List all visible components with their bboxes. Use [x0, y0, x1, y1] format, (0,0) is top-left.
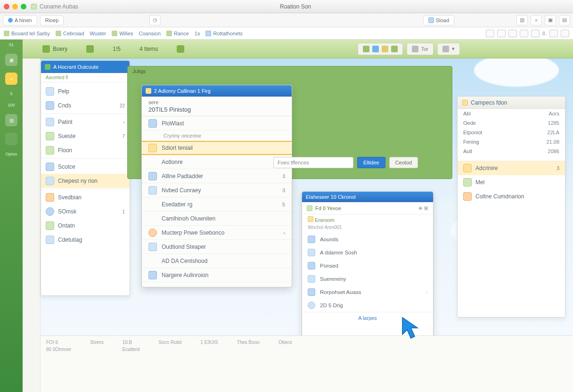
tab-2[interactable]: Rioep — [40, 15, 64, 25]
nav-item-7[interactable]: Svedbian — [41, 190, 130, 204]
popup-row-4[interactable]: Rorpohset Auass› — [302, 286, 433, 299]
status-4: Socn Rutid — [158, 340, 181, 345]
nav-item-4[interactable]: Floon — [41, 143, 130, 157]
ribbon-chip-dd[interactable]: ▾ — [437, 43, 460, 55]
popup-titlebar[interactable]: Elaheseer 10 Ckronol — [302, 192, 433, 202]
dlg-row-7[interactable]: Mucterp Pnwe Ssebonco› — [142, 226, 292, 240]
panel-a-icon[interactable]: ▥ — [516, 15, 528, 25]
doc-icon — [308, 249, 315, 256]
nav-item-2[interactable]: Patint‹ — [41, 115, 130, 129]
panel-c-icon[interactable]: ▤ — [559, 15, 570, 25]
tool-g-icon[interactable] — [561, 30, 569, 37]
dlg-row-10[interactable]: Nargere Aulinroion — [142, 268, 292, 282]
tabstrip: A hinen Rioep ◷ Sload ▥ × ▣ ▤ — [0, 13, 573, 27]
ribbon-item-1[interactable]: Boery — [42, 45, 67, 53]
ribbon-chip-icons[interactable] — [358, 43, 403, 55]
panel-b-icon[interactable]: ▣ — [545, 15, 556, 25]
popup-row-2[interactable]: Ponsed — [302, 259, 433, 272]
nav-item-10[interactable]: Cdetutiag — [41, 233, 130, 247]
tool-b-icon[interactable] — [497, 30, 506, 37]
secondary-button[interactable]: Ceotod — [389, 157, 418, 168]
popup-caption-label: Ersroom — [315, 217, 335, 223]
bm-7-label: 1s — [195, 31, 200, 36]
ribbon-3-label: 1!5 — [113, 46, 121, 52]
properties-header[interactable]: Campecs fdon — [458, 97, 565, 109]
minimize-icon[interactable] — [12, 4, 18, 9]
nav-item-10-label: Cdetutiag — [58, 237, 82, 243]
bm-6[interactable]: Rance — [166, 31, 189, 36]
dlg-row-3[interactable]: Alllne Padtadder3 — [142, 169, 292, 183]
prop-item-1[interactable]: Mel — [458, 175, 565, 189]
tool-c-icon[interactable] — [508, 30, 517, 37]
bm-2[interactable]: Cebroiad — [56, 31, 84, 36]
dlg-row-0[interactable]: PloWlast — [142, 116, 292, 131]
nav-item-9[interactable]: Ontatn — [41, 219, 130, 233]
dialog-titlebar[interactable]: 2 Adionry Callinan 1 Firg — [142, 85, 292, 97]
dlg-row-6-label: Camlhinoh Oluwniten — [162, 215, 215, 222]
tool-a-icon[interactable] — [486, 30, 494, 37]
nav-item-3[interactable]: Sueste7 — [41, 129, 130, 143]
close-tab-icon[interactable]: × — [531, 15, 542, 25]
dlg-row-8[interactable]: Oudtiond Steaper — [142, 240, 292, 254]
ribbon-chip-tor[interactable]: Tor — [407, 43, 434, 55]
close-icon[interactable] — [4, 4, 9, 9]
grid-icon — [148, 243, 157, 251]
filter-field[interactable]: Foeo tffences — [273, 157, 353, 168]
nav-item-8[interactable]: SOmsk1 — [41, 204, 130, 219]
tool-f-icon[interactable] — [549, 30, 558, 37]
status-1b: 85 0Ormner — [46, 347, 71, 352]
nav-item-6[interactable]: Chepest ny rion — [41, 174, 130, 188]
prop-4-k: Autl — [463, 148, 472, 154]
rail-slot-1[interactable]: ▣ — [5, 54, 17, 66]
rail-slot-3[interactable]: ▤ — [5, 114, 17, 126]
tab-3[interactable]: Sload — [423, 15, 454, 25]
prop-item-0[interactable]: Adcrinire3 — [458, 161, 565, 175]
nav-item-1[interactable]: Cnds22 — [41, 98, 130, 113]
nav-item-0[interactable]: Pelp — [41, 84, 130, 98]
rail-slot-2[interactable]: ● — [5, 73, 17, 85]
popup-subheader[interactable]: Fd 0 Yevoe◆ ▣ — [302, 202, 433, 214]
cloud-icon — [474, 58, 559, 87]
nav-item-5[interactable]: Scotce — [41, 160, 130, 174]
zoom-icon[interactable] — [21, 4, 26, 9]
popup-row-3[interactable]: Suerereiny — [302, 272, 433, 286]
popup-row-1[interactable]: A ddamre Sosh — [302, 246, 433, 259]
bm-5[interactable]: Coansion — [139, 31, 161, 36]
ribbon-item-4[interactable]: 4 ttems — [139, 46, 158, 52]
tab-1[interactable]: A hinen — [3, 15, 37, 25]
popup-row-5[interactable]: 2D 5 Drig — [302, 299, 433, 312]
bm-1[interactable]: Booard tel Sarby — [4, 31, 50, 36]
dlg-row-0-label: PloWlast — [162, 120, 184, 127]
bm-8[interactable]: Rottathonets — [205, 31, 242, 36]
nav-item-2-label: Patint — [58, 119, 73, 125]
dialog-window: 2 Adionry Callinan 1 Firg sere 20TIL5 Pi… — [141, 85, 292, 287]
ribbon-item-3[interactable]: 1!5 — [113, 46, 121, 52]
ribbon-item-5[interactable] — [177, 45, 184, 53]
dlg-row-4[interactable]: Nvbed Cunraey3 — [142, 183, 292, 197]
primary-button[interactable]: Eltidee — [357, 157, 385, 168]
rail-slot-4[interactable] — [5, 133, 17, 145]
rail-lbl-4: Oprex — [6, 152, 17, 156]
dlg-row-1[interactable]: Sdiort teniail — [142, 141, 292, 155]
navigator-title[interactable]: A Hocrant Outcoute — [41, 61, 130, 73]
properties-section: Adcrinire3 Mel Coltne Cumdnarion — [458, 161, 565, 204]
prop-item-2[interactable]: Coltne Cumdnarion — [458, 189, 565, 204]
dlg-row-5[interactable]: Esedatter rg5 — [142, 197, 292, 212]
dlg-row-9[interactable]: AD DA Centshood — [142, 254, 292, 268]
popup-row-0[interactable]: Aounds — [302, 233, 433, 246]
tool-e-icon[interactable] — [531, 30, 540, 37]
bm-7[interactable]: 1s — [195, 31, 200, 36]
history-icon[interactable]: ◷ — [149, 15, 161, 25]
dlg-row-6[interactable]: Camlhinoh Oluwniten — [142, 212, 292, 226]
list-icon — [148, 172, 157, 180]
ribbon-item-2[interactable] — [86, 45, 94, 53]
bm-3[interactable]: Wuster — [90, 31, 106, 36]
window-title: Roation Son — [78, 3, 513, 10]
dialog-title-label: 2 Adionry Callinan 1 Firg — [154, 88, 211, 94]
dlg-row-1-label: Sdiort teniail — [162, 145, 193, 151]
filter-field-label: Foeo tffences — [278, 160, 309, 165]
dlg-row-7-num: › — [283, 230, 285, 236]
tool-d-icon[interactable] — [520, 30, 528, 37]
bm-4[interactable]: Wilies — [112, 31, 133, 36]
prop-4-v: 2086 — [548, 148, 559, 154]
